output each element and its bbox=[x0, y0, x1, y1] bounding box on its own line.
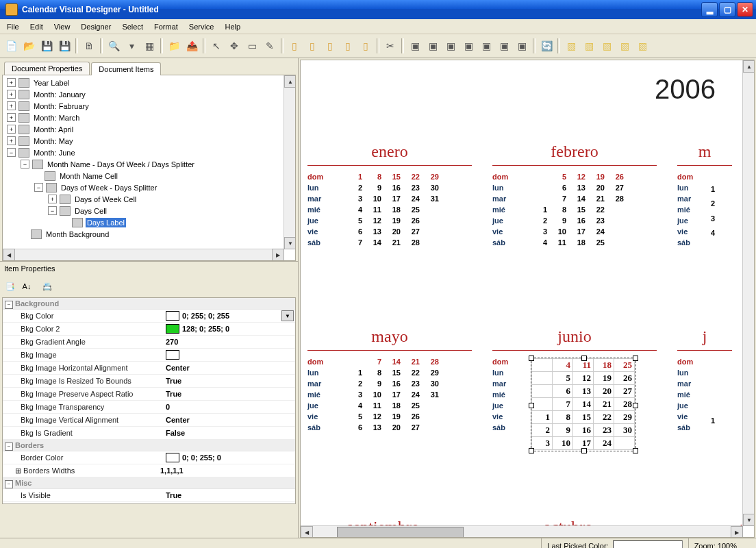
collapse-icon[interactable] bbox=[7, 148, 16, 157]
collapse-icon[interactable] bbox=[34, 183, 43, 192]
tree-jun[interactable]: Month: June bbox=[32, 148, 77, 158]
categorize-button[interactable]: 📑 bbox=[3, 279, 18, 294]
tree-mncell[interactable]: Month Name Cell bbox=[58, 171, 119, 181]
menu-view[interactable]: View bbox=[49, 21, 76, 32]
prop-bkggradangle[interactable]: Bkg Gradient Angle270 bbox=[3, 336, 295, 349]
fit-button[interactable] bbox=[141, 38, 158, 54]
zoom-dropdown-icon[interactable]: ▾ bbox=[123, 38, 140, 54]
prop-bordercolor[interactable]: Border Color0; 0; 255; 0 bbox=[3, 451, 295, 464]
new-button[interactable] bbox=[3, 38, 19, 54]
group-2[interactable] bbox=[425, 38, 441, 54]
save-button[interactable] bbox=[38, 38, 55, 54]
prop-bkg-isgradient[interactable]: Bkg Is GradientFalse bbox=[3, 427, 295, 440]
pointer-tool[interactable] bbox=[208, 38, 225, 54]
collapse-icon[interactable] bbox=[21, 160, 29, 169]
align-3[interactable] bbox=[322, 38, 338, 54]
expand-icon[interactable] bbox=[7, 113, 16, 122]
group-7[interactable] bbox=[514, 38, 530, 54]
tree-hscroll[interactable]: ◀▶ bbox=[3, 249, 284, 260]
menu-service[interactable]: Service bbox=[184, 21, 220, 32]
tree-dowcell[interactable]: Days of Week Cell bbox=[73, 195, 138, 204]
prop-bkgcolor2[interactable]: Bkg Color 2128; 0; 255; 0 bbox=[3, 323, 295, 336]
tree-apr[interactable]: Month: April bbox=[32, 125, 75, 134]
cat-bg[interactable]: Background bbox=[3, 298, 295, 310]
menu-help[interactable]: Help bbox=[220, 21, 247, 32]
prop-borderwidths[interactable]: ⊞ Borders Widths1,1,1,1 bbox=[3, 464, 295, 477]
dropdown-icon[interactable]: ▼ bbox=[281, 310, 294, 321]
group-6[interactable] bbox=[496, 38, 512, 54]
prop-bkgimg-valign[interactable]: Bkg Image Vertical AlignmentCenter bbox=[3, 414, 295, 427]
expand-icon[interactable] bbox=[7, 78, 16, 87]
align-5[interactable] bbox=[357, 38, 374, 54]
tree-dayslabel[interactable]: Days Label bbox=[86, 218, 126, 227]
menu-edit[interactable]: Edit bbox=[25, 21, 49, 32]
open-button[interactable] bbox=[21, 38, 37, 54]
canvas-hscroll[interactable]: ◀▶ bbox=[301, 525, 743, 537]
align-1[interactable] bbox=[286, 38, 303, 54]
tab-doc-props[interactable]: Document Properties bbox=[4, 62, 90, 75]
minimize-button[interactable] bbox=[701, 2, 718, 17]
tree-split[interactable]: Month Name - Days Of Week / Days Splitte… bbox=[46, 160, 196, 169]
menu-format[interactable]: Format bbox=[149, 21, 184, 32]
prop-bkgimg-aspect[interactable]: Bkg Image Preserve Aspect RatioTrue bbox=[3, 388, 295, 401]
zoom-button[interactable] bbox=[105, 38, 122, 54]
expand-icon[interactable] bbox=[7, 125, 16, 134]
year-label[interactable]: 2006 bbox=[655, 74, 716, 105]
menu-select[interactable]: Select bbox=[116, 21, 149, 32]
prop-bkgimage[interactable]: Bkg Image bbox=[3, 349, 295, 362]
move-tool[interactable] bbox=[226, 38, 242, 54]
tree-mar[interactable]: Month: March bbox=[32, 113, 81, 123]
draw-tool[interactable] bbox=[262, 38, 278, 54]
tree-may[interactable]: Month: May bbox=[32, 136, 74, 146]
group-5[interactable] bbox=[478, 38, 494, 54]
propcard-button[interactable]: 📇 bbox=[40, 279, 55, 294]
tree[interactable]: Year Label Month: January Month: Fabruar… bbox=[2, 75, 296, 261]
menu-designer[interactable]: Designer bbox=[75, 21, 116, 32]
stack-3[interactable] bbox=[598, 38, 615, 54]
canvas[interactable]: 2006enerodomlunmarmiéjueviesáb1815222929… bbox=[300, 60, 755, 538]
tree-dowsplit[interactable]: Days of Week - Days Splitter bbox=[60, 183, 158, 192]
month-mayo[interactable]: mayodomlunmarmiéjueviesáb714212818152229… bbox=[307, 327, 472, 432]
invert-button[interactable]: 🔄 bbox=[538, 38, 555, 54]
expand-icon[interactable] bbox=[48, 195, 57, 203]
property-grid[interactable]: Background Bkg Color0; 255; 0; 255▼ Bkg … bbox=[2, 297, 296, 504]
expand-icon[interactable] bbox=[7, 90, 16, 99]
tab-doc-items[interactable]: Document Items bbox=[91, 62, 161, 75]
month-febrero[interactable]: febrerodomlunmarmiéjueviesáb512192661320… bbox=[492, 142, 657, 247]
tree-dayscell[interactable]: Days Cell bbox=[73, 206, 108, 216]
month-j[interactable]: jdomlunmarmiéjueviesáb1 bbox=[677, 327, 732, 432]
expand-icon[interactable] bbox=[7, 101, 16, 110]
collapse-icon[interactable] bbox=[48, 206, 57, 215]
cat-misc[interactable]: Misc bbox=[3, 477, 295, 489]
stack-5[interactable] bbox=[634, 38, 651, 54]
menu-file[interactable]: File bbox=[1, 21, 25, 32]
tree-vscroll[interactable]: ▲▼ bbox=[284, 75, 295, 249]
month-junio[interactable]: juniodomlunmarmiéjueviesáb41118255121926… bbox=[492, 327, 657, 451]
stack-1[interactable] bbox=[563, 38, 579, 54]
sort-button[interactable]: A↓ bbox=[19, 279, 34, 294]
cat-borders[interactable]: Borders bbox=[3, 440, 295, 451]
folder-button[interactable] bbox=[166, 38, 182, 54]
rect-tool[interactable] bbox=[244, 38, 260, 54]
expand-icon[interactable] bbox=[7, 136, 16, 145]
month-enero[interactable]: enerodomlunmarmiéjueviesáb18152229291623… bbox=[307, 142, 472, 247]
prop-bkgimg-transp[interactable]: Bkg Image Transparency0 bbox=[3, 401, 295, 414]
tree-year[interactable]: Year Label bbox=[32, 78, 71, 88]
group-3[interactable] bbox=[442, 38, 459, 54]
tree-feb[interactable]: Month: Fabruary bbox=[32, 101, 90, 111]
stack-2[interactable] bbox=[581, 38, 597, 54]
saveall-button[interactable] bbox=[56, 38, 73, 54]
tree-jan[interactable]: Month: January bbox=[32, 90, 87, 99]
align-4[interactable] bbox=[340, 38, 356, 54]
prop-bkgimg-halign[interactable]: Bkg Image Horizontal AlignmentCenter bbox=[3, 362, 295, 375]
canvas-vscroll[interactable]: ▲▼ bbox=[742, 60, 754, 526]
month-m[interactable]: mdomlunmarmiéjueviesáb1234 bbox=[677, 142, 732, 247]
export-button[interactable] bbox=[184, 38, 200, 54]
group-1[interactable] bbox=[407, 38, 423, 54]
prop-bkgimg-resize[interactable]: Bkg Image Is Resized To BoundsTrue bbox=[3, 375, 295, 388]
prop-margins[interactable]: ⊞ Margins5,5,5,5 bbox=[3, 502, 295, 504]
maximize-button[interactable] bbox=[719, 2, 735, 17]
prop-bkgcolor[interactable]: Bkg Color0; 255; 0; 255▼ bbox=[3, 310, 295, 323]
prop-isvisible[interactable]: Is VisibleTrue bbox=[3, 489, 295, 502]
group-4[interactable] bbox=[460, 38, 477, 54]
